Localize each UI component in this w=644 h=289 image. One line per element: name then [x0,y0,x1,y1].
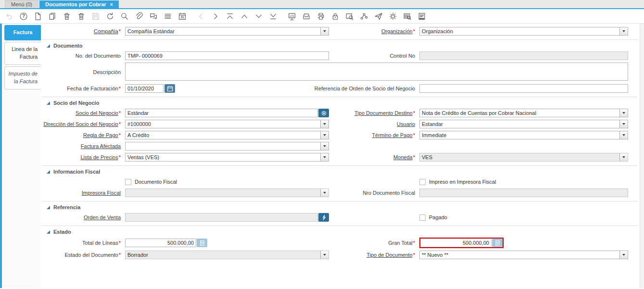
product-info-icon[interactable] [400,10,415,23]
lock-icon[interactable] [328,10,342,23]
termino-pago-select[interactable]: Immediate [419,131,628,139]
tab-impuesto-de-la-factura[interactable]: Impuesto de la Factura [4,66,41,89]
compania-select[interactable]: Compañía Estándar [125,27,329,36]
tipo-doc-destino-label[interactable]: Tipo Documento Destino [354,110,413,116]
attachment-icon[interactable] [132,10,146,23]
section-informacion-fiscal: Informacion Fiscal [42,165,637,175]
chevron-down-icon[interactable] [320,142,328,150]
chevron-down-icon[interactable] [320,120,328,128]
close-icon[interactable]: × [110,1,113,7]
fecha-facturacion-input[interactable] [125,84,164,93]
factura-afectada-label[interactable]: Factura Afectada [81,143,121,149]
section-title: Referencia [53,204,80,210]
tab-linea-de-la-factura[interactable]: Linea de la Factura [4,42,41,65]
scrollbar[interactable] [640,24,644,288]
orden-venta-zoom-button[interactable] [318,213,329,222]
delete-record-icon[interactable] [60,10,74,23]
socio-negocio-label[interactable]: Socio del Negocio [76,110,118,116]
copy-record-icon[interactable] [45,10,60,23]
chevron-down-icon[interactable] [619,251,628,259]
form-row: Fecha de Facturación* Referencia de Orde… [42,84,637,93]
chevron-down-icon[interactable] [619,109,628,117]
control-no-label: Control No [390,53,415,59]
chat-icon[interactable] [146,10,161,23]
collapse-icon[interactable] [47,44,50,48]
no-documento-input[interactable] [125,51,329,60]
regla-pago-select[interactable]: A Crédito [125,131,329,139]
help-icon[interactable]: ? [16,10,31,23]
usuario-select[interactable]: Estandar [419,120,628,128]
descripcion-textarea[interactable] [125,63,628,81]
collapse-icon[interactable] [47,230,50,234]
chevron-down-icon[interactable] [619,131,628,139]
section-socio-del-negocio: Socio del Negocio [42,97,637,106]
window-tabbar: Menú (0) Documentos por Cobrar × [0,0,644,9]
delete-selection-icon[interactable] [74,10,88,23]
nav-right-icon[interactable] [208,10,223,23]
chevron-down-icon[interactable] [320,27,328,35]
process-icon[interactable] [386,10,400,23]
lista-precios-label[interactable]: Lista de Precios [80,154,118,160]
moneda-select: VES [419,153,628,162]
chevron-down-icon[interactable] [320,153,328,161]
compania-value: Compañía Estándar [126,27,320,35]
tipo-documento-select[interactable]: ** Nuevo ** [419,251,628,259]
referencia-orden-input[interactable] [419,84,628,93]
previous-record-icon[interactable] [237,10,252,23]
factura-afectada-select[interactable] [125,142,329,151]
direccion-socio-select[interactable]: #1000000 [125,120,329,128]
orden-venta-label[interactable]: Orden de Venta [84,214,121,220]
pagado-checkbox[interactable] [419,214,426,221]
impresora-fiscal-label[interactable]: Impresora Fiscal [82,190,121,196]
lista-precios-select[interactable]: Ventas (VES) [125,153,329,162]
save-icon [88,10,103,23]
form-row: Factura Afectada [42,142,637,151]
last-record-icon[interactable] [266,10,280,23]
termino-pago-label[interactable]: Término de Pago [372,132,412,138]
moneda-label[interactable]: Moneda [393,154,413,160]
compania-label[interactable]: Compañía [94,28,118,34]
workflow-icon[interactable] [357,10,371,23]
send-mail-icon[interactable] [371,10,386,23]
report-icon[interactable] [285,10,299,23]
calendar-icon[interactable]: 31 [175,10,189,23]
report-view-icon[interactable] [415,10,429,23]
next-record-icon[interactable] [252,10,266,23]
usuario-label[interactable]: Usuario [397,121,415,127]
grid-toggle-icon[interactable] [161,10,175,23]
direccion-socio-label[interactable]: Dirección del Socio del Negocio [43,121,118,127]
tipo-doc-destino-select[interactable]: Nota de Crédito de Cuentas por Cobrar Na… [419,109,628,117]
tab-menu[interactable]: Menú (0) [5,0,38,8]
print-icon[interactable] [314,10,328,23]
tab-documentos-por-cobrar[interactable]: Documentos por Cobrar × [39,0,119,8]
chevron-down-icon[interactable] [320,131,328,139]
regla-pago-label[interactable]: Regla de Pago [83,132,118,138]
calendar-picker-button[interactable] [164,84,175,93]
svg-text:31: 31 [180,15,184,19]
documento-fiscal-checkbox[interactable] [125,179,131,185]
refresh-icon[interactable] [103,10,117,23]
gran-total-input[interactable] [420,239,492,247]
zoom-across-icon[interactable] [342,10,357,23]
collapse-icon[interactable] [47,170,50,174]
impreso-fiscal-checkbox[interactable] [419,179,426,185]
tipo-documento-label[interactable]: Tipo de Documento [366,252,413,258]
business-partner-search-button[interactable] [318,109,329,117]
first-record-icon[interactable] [223,10,237,23]
find-icon[interactable] [117,10,132,23]
organizacion-select[interactable]: Organización [419,27,628,36]
socio-negocio-input[interactable] [125,109,318,117]
chevron-down-icon[interactable] [619,27,628,35]
collapse-icon[interactable] [47,206,50,209]
archive-icon[interactable] [299,10,314,23]
organizacion-label[interactable]: Organización [381,28,413,34]
termino-pago-value: Immediate [420,131,619,139]
chevron-down-icon[interactable] [619,120,628,128]
new-record-icon[interactable] [31,10,45,23]
form-content: Compañía* Compañía Estándar Organización… [41,24,644,288]
no-documento-label: No. del Documento [76,53,121,59]
nro-doc-fiscal-input [419,188,628,197]
collapse-icon[interactable] [47,101,50,105]
gran-total-calculator-button [492,239,503,247]
tab-factura[interactable]: Factura [4,25,41,40]
